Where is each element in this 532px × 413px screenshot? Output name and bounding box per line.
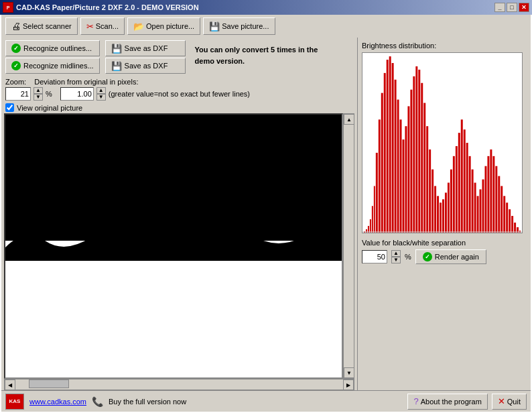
deviation-down-button[interactable]: ▼	[96, 94, 106, 101]
maximize-button[interactable]: □	[507, 3, 517, 12]
svg-rect-13	[392, 63, 394, 233]
midline-check-icon: ✓	[11, 61, 21, 70]
demo-notice-line2: demo version.	[195, 57, 245, 65]
svg-rect-53	[498, 176, 500, 233]
svg-rect-46	[480, 189, 482, 232]
recognize-outlines-label: Recognize outlines...	[23, 44, 92, 52]
scan-button[interactable]: ✂ Scan...	[80, 17, 125, 35]
title-bar: P CAD-KAS Paper/Picture 2 DXF 2.0 - DEMO…	[0, 0, 532, 15]
recognize-outlines-button[interactable]: ✓ Recognize outlines...	[5, 40, 100, 56]
zoom-input[interactable]	[5, 87, 31, 101]
zoom-up-button[interactable]: ▲	[34, 87, 43, 94]
scroll-up-button[interactable]: ▲	[344, 114, 354, 125]
save-icon: 💾	[209, 21, 220, 32]
svg-rect-38	[458, 133, 460, 233]
deviation-group: Deviation from original in pixels:	[34, 78, 138, 86]
svg-rect-23	[418, 70, 420, 233]
save-dxf-outlines-button[interactable]: 💾 Save as DXF	[105, 40, 186, 56]
view-original-label[interactable]: View original picture	[17, 104, 82, 112]
close-button[interactable]: ✕	[519, 3, 529, 12]
scroll-right-button[interactable]: ▶	[343, 379, 354, 390]
svg-rect-30	[437, 196, 439, 233]
svg-rect-35	[450, 170, 452, 233]
render-again-button[interactable]: ✓ Render again	[415, 249, 486, 264]
deviation-input[interactable]	[60, 87, 94, 101]
zoom-spinner: ▲ ▼	[34, 87, 43, 101]
svg-rect-26	[426, 126, 428, 233]
main-window: 🖨 Select scanner ✂ Scan... 📂 Open pictur…	[0, 15, 532, 413]
horizontal-scrollbar[interactable]: ◀ ▶	[4, 379, 354, 390]
save-picture-button[interactable]: 💾 Save picture...	[203, 17, 275, 35]
svg-rect-22	[415, 66, 417, 233]
svg-rect-11	[387, 60, 389, 233]
deviation-spinner: ▲ ▼	[96, 87, 106, 101]
svg-rect-24	[421, 83, 423, 233]
bw-up-button[interactable]: ▲	[391, 250, 401, 257]
zoom-percent: %	[46, 90, 52, 98]
svg-rect-7	[376, 153, 378, 233]
recognize-midlines-button[interactable]: ✓ Recognize midlines...	[5, 58, 100, 74]
bw-controls: ▲ ▼ % ✓ Render again	[362, 249, 527, 264]
svg-rect-10	[384, 73, 386, 233]
svg-rect-14	[395, 80, 397, 233]
bw-percent: %	[405, 253, 411, 261]
title-bar-text: CAD-KAS Paper/Picture 2 DXF 2.0 - DEMO V…	[16, 3, 199, 11]
save-dxf-midlines-button[interactable]: 💾 Save as DXF	[105, 58, 186, 74]
demo-notice: You can only convert 5 times in the demo…	[188, 40, 353, 70]
cadkas-logo: KAS	[5, 394, 24, 410]
svg-rect-6	[374, 186, 375, 232]
svg-rect-32	[442, 199, 444, 233]
save-dxf1-label: Save as DXF	[125, 44, 168, 52]
bw-value-input[interactable]	[362, 250, 387, 263]
render-check-icon: ✓	[423, 252, 432, 261]
deviation-input-group: ▲ ▼ (greater value=not so exact but fewe…	[60, 87, 250, 101]
svg-rect-20	[410, 90, 412, 233]
select-scanner-label: Select scanner	[23, 22, 72, 30]
white-region	[5, 241, 342, 377]
deviation-up-button[interactable]: ▲	[96, 87, 106, 94]
dxf-icon-1: 💾	[111, 44, 122, 54]
minimize-button[interactable]: _	[494, 3, 505, 12]
svg-rect-43	[472, 170, 474, 233]
save-dxf-buttons: 💾 Save as DXF 💾 Save as DXF	[105, 40, 186, 74]
svg-rect-21	[413, 76, 415, 233]
deviation-label: Deviation from original in pixels:	[34, 78, 138, 86]
view-original-checkbox[interactable]	[5, 103, 14, 112]
svg-rect-37	[456, 146, 458, 233]
svg-rect-40	[464, 129, 466, 233]
svg-rect-42	[469, 156, 471, 233]
svg-rect-34	[448, 183, 450, 233]
svg-rect-15	[397, 100, 399, 233]
website-link[interactable]: www.cadkas.com	[29, 398, 86, 406]
left-panel: ✓ Recognize outlines... ✓ Recognize midl…	[1, 38, 358, 390]
brightness-title: Brightness distribution:	[362, 42, 527, 50]
scroll-left-button[interactable]: ◀	[5, 379, 15, 390]
save-dxf2-label: Save as DXF	[125, 62, 168, 70]
bw-down-button[interactable]: ▼	[391, 257, 401, 263]
svg-rect-8	[379, 119, 381, 233]
svg-rect-19	[407, 106, 409, 232]
zoom-down-button[interactable]: ▼	[34, 94, 43, 101]
scroll-down-button[interactable]: ▼	[344, 367, 354, 378]
quit-button[interactable]: ✕ Quit	[492, 394, 527, 410]
checkbox-row: View original picture	[1, 102, 357, 113]
svg-rect-18	[405, 126, 407, 233]
settings-row: Zoom: Deviation from original in pixels:	[1, 76, 357, 87]
brightness-chart	[362, 52, 523, 233]
about-button[interactable]: ? About the program	[407, 394, 487, 410]
scroll-track-h	[15, 379, 343, 390]
about-label: About the program	[421, 398, 482, 406]
scroll-thumb-h[interactable]	[29, 379, 69, 388]
scan-icon: ✂	[86, 21, 94, 32]
dxf-icon-2: 💾	[111, 61, 122, 71]
status-bar: KAS www.cadkas.com 📞 Buy the full versio…	[1, 390, 531, 412]
open-picture-button[interactable]: 📂 Open picture...	[127, 17, 200, 35]
status-left: KAS www.cadkas.com 📞 Buy the full versio…	[5, 394, 186, 410]
outline-check-icon: ✓	[11, 44, 21, 53]
scan-label: Scan...	[96, 22, 119, 30]
svg-rect-27	[429, 150, 431, 233]
title-bar-controls[interactable]: _ □ ✕	[494, 3, 529, 12]
svg-rect-36	[453, 156, 455, 233]
vertical-scrollbar[interactable]: ▲ ▼	[343, 113, 354, 379]
select-scanner-button[interactable]: 🖨 Select scanner	[5, 17, 78, 35]
